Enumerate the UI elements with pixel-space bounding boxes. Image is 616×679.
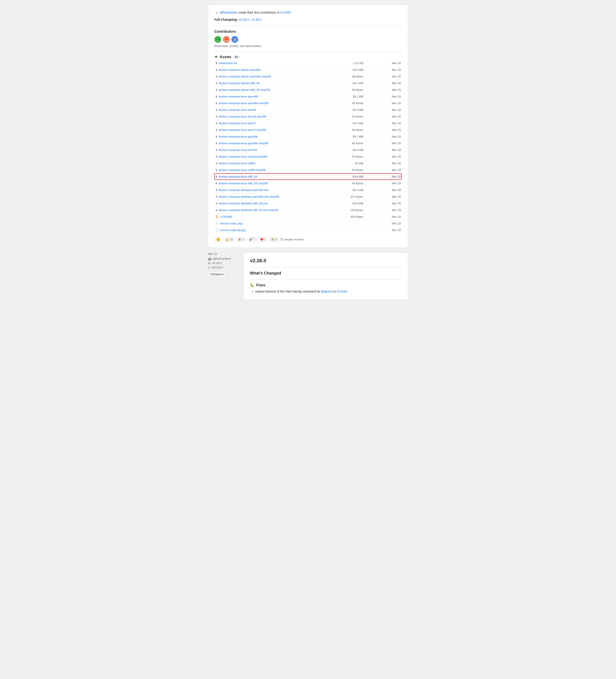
- asset-name-cell: 📜LICENSE: [214, 213, 327, 220]
- asset-row: ⬇docker-compose-darwin-x86_64.sha25695 B…: [214, 86, 402, 93]
- asset-size-cell: 56.9 MB: [327, 120, 364, 126]
- release-card-1: @felixfontein made their first contribut…: [208, 4, 408, 248]
- asset-package-icon: ⬇: [215, 135, 217, 138]
- changelog-item: @felixfontein made their first contribut…: [220, 10, 402, 15]
- changelog-section: @felixfontein made their first contribut…: [214, 10, 402, 22]
- asset-link[interactable]: docker-compose-linux-x86_64: [218, 175, 257, 178]
- asset-package-icon: ⬇: [215, 115, 217, 118]
- asset-link[interactable]: docker-compose-windows-x86_64.exe: [218, 202, 268, 205]
- fix-text-start: reduce timeout of the Otel tracing comma…: [255, 290, 321, 293]
- asset-size-cell: 94 Bytes: [327, 180, 364, 187]
- pr-link[interactable]: #11555: [280, 11, 291, 14]
- commit-link[interactable]: 3371227: [212, 266, 223, 269]
- asset-link[interactable]: Source code (tar.gz): [220, 228, 246, 232]
- bot-meta: 🤖 github-actions: [208, 257, 239, 260]
- asset-date-cell: Mar 29: [364, 200, 402, 206]
- fix-user-link[interactable]: @glours: [321, 290, 333, 293]
- asset-size-cell: 1.03 KB: [327, 60, 364, 67]
- contributors-section: Contributors 🐲 🦊 🤖 felixfontein, jhrotko…: [214, 30, 402, 47]
- asset-size-cell: [327, 220, 364, 227]
- fixes-item-1: reduce timeout of the Otel tracing comma…: [255, 289, 402, 294]
- file-icon: 📄: [215, 222, 219, 225]
- asset-package-icon: ⬇: [215, 88, 217, 92]
- changelog-item-text: @felixfontein made their first contribut…: [220, 11, 290, 14]
- reaction-rocket[interactable]: 🚀 7: [247, 237, 257, 242]
- asset-row: ⬇docker-compose-linux-aarch6458.2 MBMar …: [214, 93, 402, 100]
- asset-date-cell: Mar 29: [364, 133, 402, 140]
- contributors-names: felixfontein, jhrotko, and dependabot: [214, 44, 402, 47]
- asset-date-cell: Mar 29: [364, 80, 402, 86]
- asset-link[interactable]: docker-compose-linux-armv7: [218, 122, 256, 125]
- asset-name-cell: ⬇docker-compose-darwin-x86_64.sha256: [214, 86, 327, 93]
- asset-link[interactable]: Source code (zip): [220, 222, 243, 225]
- asset-package-icon: ⬇: [215, 128, 217, 132]
- fix-pr-link[interactable]: #11534: [337, 290, 347, 293]
- asset-link[interactable]: docker-compose-windows-x86_64.exe.sha256: [218, 208, 278, 212]
- assets-header[interactable]: ▼ Assets 26: [214, 55, 402, 59]
- compare-button[interactable]: Compare ▾: [208, 271, 226, 277]
- asset-link[interactable]: docker-compose-linux-armv6: [218, 108, 256, 111]
- tag-link[interactable]: v2.26.0: [212, 261, 222, 265]
- asset-name-cell: 📄Source code (zip): [214, 220, 327, 227]
- thumbsup-emoji: 👍: [226, 238, 229, 241]
- divider-2: [214, 51, 402, 52]
- asset-link[interactable]: docker-compose-linux-x86_64.sha256: [218, 182, 268, 185]
- rocket-emoji: 🚀: [249, 238, 252, 241]
- compare-label: Compare: [210, 273, 221, 276]
- asset-name-cell: ⬇docker-compose-linux-x86_64.sha256: [214, 180, 327, 187]
- changelog-link[interactable]: v2.26.0...v2.26.1: [239, 18, 262, 21]
- asset-link[interactable]: docker-compose-windows-aarch64.exe: [218, 188, 269, 192]
- asset-link[interactable]: checksums.txt: [218, 61, 237, 65]
- asset-link[interactable]: docker-compose-windows-aarch64.exe.sha25…: [218, 195, 279, 198]
- asset-link[interactable]: docker-compose-linux-armv7.sha256: [218, 128, 266, 132]
- full-changelog: Full Changelog: v2.26.0...v2.26.1: [214, 17, 402, 22]
- asset-link[interactable]: docker-compose-darwin-x86_64.sha256: [218, 88, 270, 92]
- asset-link[interactable]: docker-compose-linux-ppc64le: [218, 135, 258, 138]
- asset-package-icon: ⬇: [215, 68, 217, 71]
- asset-package-icon: ⬇: [215, 75, 217, 78]
- reaction-heart[interactable]: ❤️ 7: [258, 237, 268, 242]
- asset-size-cell: 93 Bytes: [327, 166, 364, 173]
- asset-package-icon: ⬇: [215, 175, 217, 178]
- assets-table: ⬇checksums.txt1.03 KBMar 29⬇docker-compo…: [214, 60, 402, 233]
- asset-package-icon: ⬇: [215, 182, 217, 185]
- asset-link[interactable]: docker-compose-linux-aarch64.sha256: [218, 101, 269, 105]
- asset-date-cell: Mar 29: [364, 93, 402, 100]
- asset-size-cell: 58.6 MB: [327, 66, 364, 73]
- reaction-tada[interactable]: 🎉 3: [236, 237, 246, 242]
- asset-size-cell: [327, 227, 364, 233]
- asset-link[interactable]: docker-compose-linux-riscv64.sha256: [218, 155, 267, 158]
- asset-row: ⬇docker-compose-darwin-x86_6460.1 MBMar …: [214, 80, 402, 86]
- asset-link[interactable]: docker-compose-linux-ppc64le.sha256: [218, 141, 268, 145]
- asset-name-cell: ⬇docker-compose-linux-ppc64le: [214, 133, 327, 140]
- contributor-link[interactable]: @felixfontein: [220, 11, 238, 14]
- asset-package-icon: ⬇: [215, 95, 217, 98]
- asset-row: 📄Source code (zip)Mar 29: [214, 220, 402, 227]
- reaction-party[interactable]: 🎊 5: [269, 237, 279, 242]
- asset-date-cell: Mar 29: [364, 187, 402, 193]
- asset-link[interactable]: docker-compose-linux-s390x.sha256: [218, 168, 266, 172]
- asset-row: ⬇docker-compose-windows-x86_64.exe.sha25…: [214, 206, 402, 213]
- divider-4: [250, 279, 402, 280]
- asset-link[interactable]: LICENSE: [220, 215, 232, 218]
- asset-date-cell: Mar 29: [364, 86, 402, 93]
- bot-link[interactable]: github-actions: [213, 257, 231, 260]
- asset-link[interactable]: docker-compose-darwin-x86_64: [218, 82, 260, 85]
- asset-package-icon: ⬇: [215, 168, 217, 172]
- asset-link[interactable]: docker-compose-linux-riscv64: [218, 148, 257, 152]
- asset-link[interactable]: docker-compose-linux-aarch64: [218, 95, 258, 98]
- asset-link[interactable]: docker-compose-darwin-aarch64: [218, 68, 261, 71]
- asset-link[interactable]: docker-compose-linux-armv6.sha256: [218, 115, 266, 118]
- add-reaction-button[interactable]: 😊: [214, 237, 222, 242]
- assets-triangle: ▼: [214, 55, 218, 59]
- asset-link[interactable]: docker-compose-darwin-aarch64.sha256: [218, 75, 271, 78]
- reaction-thumbsup[interactable]: 👍 23: [224, 237, 235, 242]
- asset-name-cell: ⬇docker-compose-linux-armv6: [214, 106, 327, 113]
- asset-package-icon: ⬇: [215, 155, 217, 158]
- assets-section: ▼ Assets 26 ⬇checksums.txt1.03 KBMar 29⬇…: [214, 55, 402, 233]
- asset-link[interactable]: docker-compose-linux-s390x: [218, 162, 255, 165]
- asset-size-cell: 95 Bytes: [327, 140, 364, 147]
- asset-date-cell: Mar 29: [364, 60, 402, 67]
- asset-date-cell: Mar 29: [364, 193, 402, 200]
- compare-chevron: ▾: [222, 273, 224, 276]
